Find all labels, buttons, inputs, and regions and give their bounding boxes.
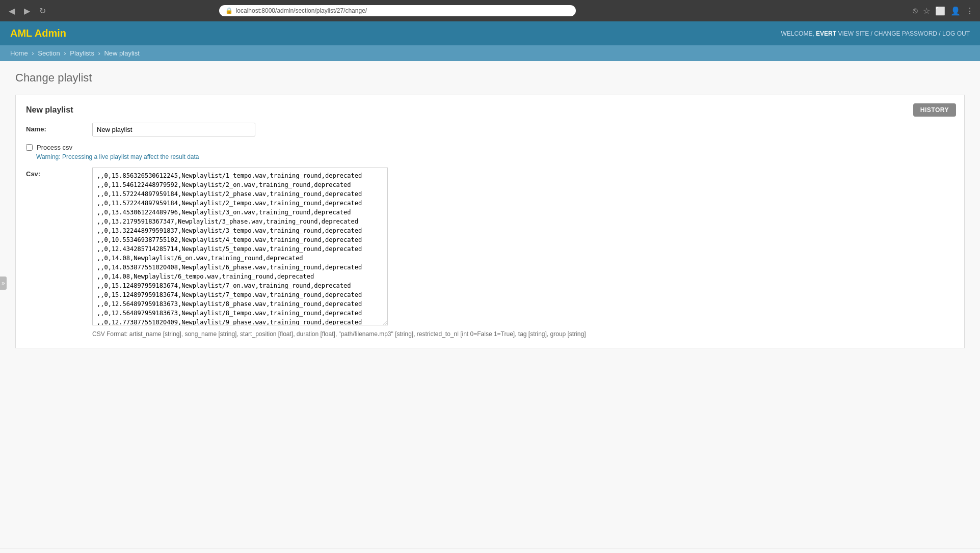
breadcrumb: Home › Section › Playlists › New playlis… bbox=[0, 45, 980, 61]
csv-row: Csv: bbox=[26, 168, 954, 325]
admin-title: AML Admin bbox=[10, 27, 66, 39]
address-bar[interactable]: 🔒 localhost:8000/admin/section/playlist/… bbox=[219, 5, 576, 16]
sep2: / bbox=[939, 30, 942, 37]
menu-icon[interactable]: ⋮ bbox=[966, 6, 974, 16]
name-label: Name: bbox=[26, 123, 87, 133]
csv-format-text: CSV Format: artist_name [string], song_n… bbox=[92, 330, 954, 338]
breadcrumb-section[interactable]: Section bbox=[38, 49, 60, 57]
process-csv-label[interactable]: Process csv bbox=[37, 144, 72, 151]
name-row: Name: bbox=[26, 123, 954, 136]
warning-text: Warning: Processing a live playlist may … bbox=[36, 153, 954, 160]
csv-textarea[interactable] bbox=[92, 168, 388, 325]
extension-icon[interactable]: ⬜ bbox=[935, 6, 945, 16]
process-csv-row: Process csv bbox=[26, 144, 954, 151]
admin-header: AML Admin WELCOME, EVERT VIEW SITE / CHA… bbox=[0, 21, 980, 45]
bookmark-icon[interactable]: ☆ bbox=[923, 6, 930, 16]
logout-link[interactable]: LOG OUT bbox=[942, 30, 970, 37]
breadcrumb-home[interactable]: Home bbox=[10, 49, 28, 57]
form-section-title: New playlist bbox=[26, 105, 954, 115]
main-content: Change playlist New playlist HISTORY Nam… bbox=[0, 61, 980, 548]
browser-toolbar: ⎋ ☆ ⬜ 👤 ⋮ bbox=[913, 6, 974, 16]
back-button[interactable]: ◀ bbox=[6, 5, 17, 17]
breadcrumb-sep3: › bbox=[98, 49, 102, 57]
page-heading: Change playlist bbox=[15, 71, 965, 85]
forward-button[interactable]: ▶ bbox=[21, 5, 33, 17]
browser-chrome: ◀ ▶ ↻ 🔒 localhost:8000/admin/section/pla… bbox=[0, 0, 980, 21]
history-button[interactable]: HISTORY bbox=[913, 103, 956, 117]
breadcrumb-playlists[interactable]: Playlists bbox=[70, 49, 94, 57]
profile-icon[interactable]: 👤 bbox=[950, 6, 961, 16]
user-info: WELCOME, EVERT VIEW SITE / CHANGE PASSWO… bbox=[781, 30, 970, 37]
lock-icon: 🔒 bbox=[225, 7, 233, 14]
change-password-link[interactable]: CHANGE PASSWORD bbox=[874, 30, 937, 37]
breadcrumb-sep1: › bbox=[32, 49, 36, 57]
action-footer: Delete Save and add another Save and con… bbox=[0, 548, 980, 553]
reload-button[interactable]: ↻ bbox=[37, 5, 48, 17]
form-container: New playlist HISTORY Name: Process csv W… bbox=[15, 95, 965, 348]
username: EVERT bbox=[816, 30, 836, 37]
process-csv-checkbox[interactable] bbox=[26, 144, 33, 151]
name-field bbox=[92, 123, 954, 136]
url-text: localhost:8000/admin/section/playlist/27… bbox=[236, 7, 367, 14]
breadcrumb-current: New playlist bbox=[104, 49, 139, 57]
name-input[interactable] bbox=[92, 123, 255, 136]
sidebar-toggle[interactable]: » bbox=[0, 276, 7, 290]
csv-label: Csv: bbox=[26, 168, 87, 178]
welcome-text: WELCOME, bbox=[781, 30, 814, 37]
share-icon[interactable]: ⎋ bbox=[913, 6, 918, 15]
view-site-link[interactable]: VIEW SITE bbox=[838, 30, 869, 37]
breadcrumb-sep2: › bbox=[64, 49, 68, 57]
